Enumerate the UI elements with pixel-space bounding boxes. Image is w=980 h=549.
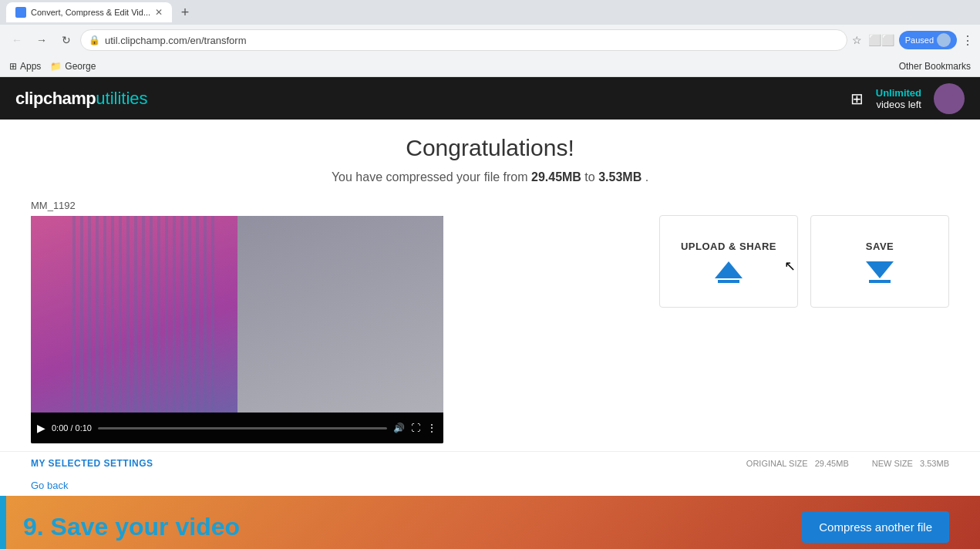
logo-utilities-text: utilities bbox=[96, 89, 147, 109]
george-bookmark[interactable]: 📁 George bbox=[50, 61, 96, 72]
original-size-label: ORIGINAL SIZE 29.45MB bbox=[746, 459, 849, 468]
congrats-title: Congratulations! bbox=[15, 135, 965, 161]
bookmark-star-icon[interactable]: ☆ bbox=[850, 32, 864, 48]
tab-title: Convert, Compress & Edit Vid... bbox=[31, 8, 150, 17]
volume-icon[interactable]: 🔊 bbox=[393, 423, 405, 433]
grid-icon[interactable]: ⊞ bbox=[850, 89, 864, 108]
paused-badge[interactable]: Paused bbox=[899, 31, 957, 49]
actions-section: UPLOAD & SHARE SAVE bbox=[659, 215, 949, 308]
nav-bar: ← → ↻ 🔒 util.clipchamp.com/en/transform … bbox=[0, 25, 980, 56]
app-content: clipchamp utilities ⊞ Unlimited videos l… bbox=[0, 77, 980, 549]
nav-right-area: Paused ⋮ bbox=[899, 31, 974, 49]
save-line bbox=[869, 280, 891, 283]
clipchamp-header: clipchamp utilities ⊞ Unlimited videos l… bbox=[0, 77, 980, 120]
congrats-pre: You have compressed your file from bbox=[332, 170, 531, 184]
step-text: 9. Save your video bbox=[23, 513, 240, 541]
back-button[interactable]: ← bbox=[6, 29, 28, 51]
unlimited-sub: videos left bbox=[876, 99, 921, 110]
upload-share-label: UPLOAD & SHARE bbox=[681, 241, 776, 252]
video-more-icon[interactable]: ⋮ bbox=[426, 422, 437, 434]
unlimited-count: Unlimited bbox=[876, 87, 921, 99]
apps-label: Apps bbox=[20, 61, 41, 72]
user-avatar[interactable] bbox=[934, 83, 965, 114]
unlimited-videos: Unlimited videos left bbox=[876, 87, 921, 110]
address-bar[interactable]: 🔒 util.clipchamp.com/en/transform bbox=[80, 29, 847, 51]
browser-chrome: Convert, Compress & Edit Vid... ✕ + ← → … bbox=[0, 0, 980, 77]
bookmarks-bar: ⊞ Apps 📁 George Other Bookmarks bbox=[0, 56, 980, 77]
video-time: 0:00 / 0:10 bbox=[52, 423, 92, 433]
arrow-up-icon bbox=[715, 261, 743, 278]
new-size-label: NEW SIZE 3.53MB bbox=[872, 459, 949, 468]
header-right: ⊞ Unlimited videos left bbox=[850, 83, 965, 114]
play-button[interactable]: ▶ bbox=[37, 422, 45, 434]
logo-clipchamp-text: clipchamp bbox=[15, 89, 96, 109]
video-section: MM_1192 ▶ 0:00 / 0:10 bbox=[31, 200, 636, 443]
upload-line bbox=[718, 280, 739, 283]
original-size-text: 29.45MB bbox=[531, 170, 581, 184]
folder-icon: 📁 bbox=[50, 61, 62, 72]
congrats-post: . bbox=[645, 170, 648, 184]
clipchamp-logo: clipchamp utilities bbox=[15, 89, 148, 109]
new-size-text: 3.53MB bbox=[598, 170, 642, 184]
reload-button[interactable]: ↻ bbox=[56, 29, 77, 51]
go-back-link[interactable]: Go back bbox=[31, 480, 68, 491]
download-icon bbox=[866, 261, 894, 283]
tab-close-btn[interactable]: ✕ bbox=[155, 7, 163, 18]
settings-row: MY SELECTED SETTINGS ORIGINAL SIZE 29.45… bbox=[0, 451, 980, 475]
extensions-icon[interactable]: ⬜⬜ bbox=[867, 32, 896, 48]
lock-icon: 🔒 bbox=[89, 35, 100, 45]
apps-grid-icon: ⊞ bbox=[9, 61, 17, 72]
fullscreen-icon[interactable]: ⛶ bbox=[411, 423, 420, 433]
video-filename: MM_1192 bbox=[31, 200, 636, 211]
save-label: SAVE bbox=[866, 241, 894, 252]
tab-favicon bbox=[15, 7, 26, 18]
tab-bar: Convert, Compress & Edit Vid... ✕ + bbox=[0, 0, 980, 25]
arrow-down-icon bbox=[866, 261, 894, 278]
compress-another-button[interactable]: Compress another file bbox=[802, 511, 949, 543]
save-card[interactable]: SAVE bbox=[810, 215, 949, 308]
new-tab-button[interactable]: + bbox=[175, 2, 195, 22]
congrats-subtitle: You have compressed your file from 29.45… bbox=[15, 170, 965, 184]
more-options-icon[interactable]: ⋮ bbox=[961, 33, 974, 48]
active-tab[interactable]: Convert, Compress & Edit Vid... ✕ bbox=[6, 2, 172, 22]
congrats-mid: to bbox=[584, 170, 598, 184]
progress-bar[interactable] bbox=[98, 427, 387, 429]
paused-avatar bbox=[937, 33, 951, 47]
size-info: ORIGINAL SIZE 29.45MB NEW SIZE 3.53MB bbox=[746, 459, 949, 468]
video-player: ▶ 0:00 / 0:10 🔊 ⛶ ⋮ bbox=[31, 216, 443, 443]
congratulations-section: Congratulations! You have compressed you… bbox=[0, 120, 980, 200]
upload-icon bbox=[715, 261, 743, 283]
address-text: util.clipchamp.com/en/transform bbox=[105, 35, 839, 46]
other-bookmarks-label: Other Bookmarks bbox=[899, 61, 971, 72]
upload-share-card[interactable]: UPLOAD & SHARE bbox=[659, 215, 798, 308]
forward-button[interactable]: → bbox=[31, 29, 52, 51]
george-label: George bbox=[65, 61, 96, 72]
apps-bookmark[interactable]: ⊞ Apps bbox=[9, 61, 41, 72]
other-bookmarks[interactable]: Other Bookmarks bbox=[899, 61, 971, 72]
settings-label: MY SELECTED SETTINGS bbox=[31, 458, 153, 469]
paused-label: Paused bbox=[905, 35, 934, 45]
